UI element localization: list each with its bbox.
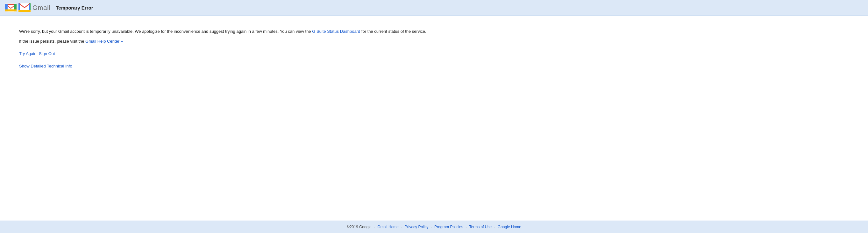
error-text-line2-prefix: If the issue persists, please visit the — [19, 39, 85, 44]
footer-sep-0: - — [374, 225, 376, 229]
error-text-prefix: We're sorry, but your Gmail account is t… — [19, 29, 312, 34]
gmail-logo: Gmail — [5, 3, 51, 12]
main-content: We're sorry, but your Gmail account is t… — [0, 15, 868, 221]
footer-sep-1: - — [401, 225, 403, 229]
footer: ©2019 Google - Gmail Home - Privacy Poli… — [0, 221, 868, 233]
g-suite-status-link[interactable]: G Suite Status Dashboard — [312, 29, 360, 34]
gmail-envelope-icon — [19, 3, 31, 12]
footer-sep-3: - — [466, 225, 468, 229]
header-title: Temporary Error — [56, 5, 93, 10]
footer-gmail-home-link[interactable]: Gmail Home — [377, 225, 399, 229]
svg-rect-9 — [19, 10, 31, 12]
show-technical-info-link[interactable]: Show Detailed Technical Info — [19, 64, 72, 68]
gmail-logo-text: Gmail — [32, 4, 51, 11]
footer-copyright: ©2019 Google — [347, 225, 372, 229]
error-paragraph-2: If the issue persists, please visit the … — [19, 38, 849, 45]
gmail-help-center-link[interactable]: Gmail Help Center » — [85, 39, 123, 44]
sign-out-link[interactable]: Sign Out — [39, 51, 55, 56]
error-text-suffix: for the current status of the service. — [360, 29, 426, 34]
error-paragraph-1: We're sorry, but your Gmail account is t… — [19, 28, 849, 35]
try-again-link[interactable]: Try Again — [19, 51, 36, 56]
footer-privacy-policy-link[interactable]: Privacy Policy — [405, 225, 429, 229]
footer-program-policies-link[interactable]: Program Policies — [434, 225, 463, 229]
svg-rect-4 — [5, 9, 17, 11]
footer-sep-4: - — [494, 225, 496, 229]
gmail-m-icon — [5, 3, 17, 12]
header: Gmail Temporary Error — [0, 0, 868, 15]
action-links: Try Again Sign Out — [19, 51, 849, 56]
footer-terms-of-use-link[interactable]: Terms of Use — [469, 225, 492, 229]
footer-google-home-link[interactable]: Google Home — [498, 225, 521, 229]
technical-info-section: Show Detailed Technical Info — [19, 64, 849, 68]
footer-sep-2: - — [431, 225, 433, 229]
